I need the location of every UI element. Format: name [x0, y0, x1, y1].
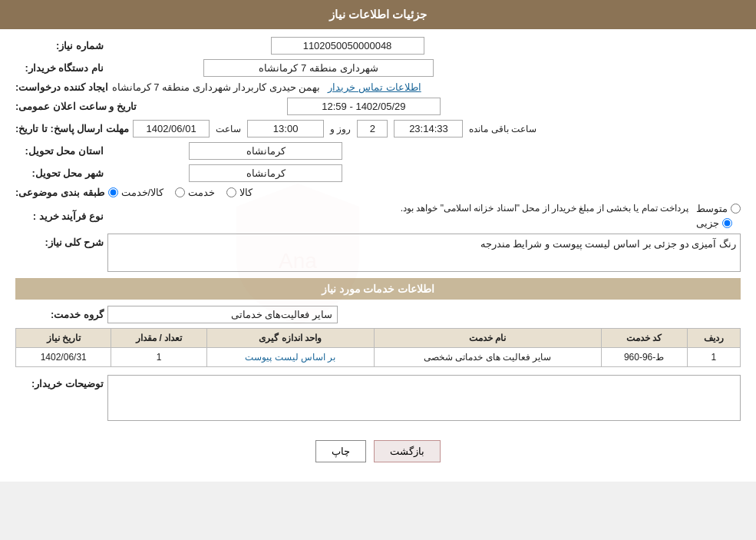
purchase-option-partial-label: جزیی — [696, 217, 719, 229]
announcement-date-label: تاریخ و ساعت اعلان عمومی: — [15, 101, 140, 112]
creator-link[interactable]: اطلاعات تماس خریدار — [328, 81, 421, 93]
col-header-name: نام خدمت — [374, 329, 601, 348]
services-section-title: اطلاعات خدمات مورد نیاز — [15, 278, 741, 300]
buyer-notes-label: توضیحات خریدار: — [15, 375, 107, 389]
need-number-value: 1102050050000048 — [107, 37, 424, 55]
response-time-label: ساعت — [216, 124, 241, 134]
category-label-kala-khedmat: کالا/خدمت — [121, 187, 164, 198]
city-row: شهر محل تحویل: کرمانشاه — [15, 164, 741, 182]
need-number-label: شماره نیاز: — [15, 40, 107, 51]
need-number-field: 1102050050000048 — [271, 37, 424, 55]
creator-value: بهمن حیدری کاربردار شهرداری منطقه 7 کرما… — [112, 81, 741, 93]
cell-name: سایر فعالیت های خدماتی شخصی — [374, 348, 601, 367]
purchase-option-medium: متوسط — [696, 203, 741, 214]
description-section: شرح کلی نیاز: Ana رنگ آمیزی دو جزئی بر ا… — [15, 234, 741, 272]
col-header-code: کد خدمت — [601, 329, 687, 348]
category-radio-khedmat[interactable] — [175, 187, 185, 197]
svg-text:Ana: Ana — [279, 249, 317, 273]
print-button[interactable]: چاپ — [315, 440, 366, 462]
service-group-label: گروه خدمت: — [15, 309, 107, 320]
buyer-org-label: نام دستگاه خریدار: — [15, 62, 107, 74]
response-date-field: 1402/06/01 — [133, 120, 210, 137]
category-label-khedmat: خدمت — [188, 187, 215, 198]
buyer-notes-field[interactable] — [107, 375, 741, 421]
purchase-options-group: متوسط جزیی — [696, 203, 741, 229]
creator-label: ایجاد کننده درخواست: — [15, 81, 112, 93]
bottom-buttons: چاپ بازگشت — [15, 429, 741, 474]
creator-row: ایجاد کننده درخواست: بهمن حیدری کاربردار… — [15, 81, 741, 93]
table-row: 1 ط-96-960 سایر فعالیت های خدماتی شخصی ب… — [16, 348, 741, 367]
cell-code: ط-96-960 — [601, 348, 687, 367]
province-label: استان محل تحویل: — [15, 145, 107, 157]
province-row: استان محل تحویل: کرمانشاه — [15, 142, 741, 160]
need-number-row: شماره نیاز: 1102050050000048 — [15, 37, 741, 55]
description-label: شرح کلی نیاز: — [15, 234, 107, 248]
creator-name: بهمن حیدری کاربردار شهرداری منطقه 7 کرما… — [112, 81, 321, 93]
category-label: طبقه بندی موضوعی: — [15, 187, 108, 198]
category-option-kala-khedmat: کالا/خدمت — [108, 187, 164, 198]
purchase-type-value: پرداخت تمام یا بخشی از مبلغ خریدار از مح… — [107, 203, 741, 229]
services-table: ردیف کد خدمت نام خدمت واحد اندازه گیری ت… — [15, 328, 741, 367]
watermark-shield: Ana — [221, 176, 375, 330]
col-header-row: ردیف — [687, 329, 740, 348]
province-value: کرمانشاه — [107, 142, 424, 160]
cell-unit: بر اساس لیست پیوست — [206, 348, 374, 367]
province-field: کرمانشاه — [189, 142, 342, 160]
purchase-radio-partial[interactable] — [722, 218, 732, 228]
main-content: شماره نیاز: 1102050050000048 نام دستگاه … — [0, 29, 756, 482]
remaining-days-field: 2 — [357, 120, 388, 137]
buyer-org-row: نام دستگاه خریدار: شهرداری منطقه 7 کرمان… — [15, 59, 741, 77]
announcement-date-field: 1402/05/29 - 12:59 — [287, 98, 441, 115]
back-button[interactable]: بازگشت — [374, 440, 441, 462]
response-time-field: 13:00 — [247, 120, 324, 137]
description-content-wrapper: Ana رنگ آمیزی دو جزئی بر اساس لیست پیوست… — [107, 234, 741, 272]
purchase-option-medium-label: متوسط — [696, 203, 728, 214]
response-deadline-row: مهلت ارسال پاسخ: تا تاریخ: 1402/06/01 سا… — [15, 120, 741, 137]
city-label: شهر محل تحویل: — [15, 167, 107, 179]
remaining-suffix: ساعت باقی مانده — [469, 124, 536, 134]
buyer-org-field: شهرداری منطقه 7 کرمانشاه — [203, 59, 434, 77]
remaining-days-label: روز و — [330, 124, 351, 134]
col-header-unit: واحد اندازه گیری — [206, 329, 374, 348]
category-row: طبقه بندی موضوعی: کالا/خدمت خدمت کالا — [15, 187, 741, 198]
response-deadline-label: مهلت ارسال پاسخ: تا تاریخ: — [15, 123, 133, 134]
page-header: جزئیات اطلاعات نیاز — [0, 0, 756, 29]
page-title: جزئیات اطلاعات نیاز — [329, 8, 427, 21]
response-deadline-value: 1402/06/01 ساعت 13:00 روز و 2 23:14:33 س… — [133, 120, 741, 137]
cell-row: 1 — [687, 348, 740, 367]
buyer-notes-section: توضیحات خریدار: — [15, 375, 741, 421]
purchase-note: پرداخت تمام یا بخشی از مبلغ خریدار از مح… — [107, 203, 688, 214]
purchase-radio-medium[interactable] — [731, 204, 741, 214]
announcement-date-value: 1402/05/29 - 12:59 — [140, 98, 441, 115]
category-option-khedmat: خدمت — [175, 187, 215, 198]
description-field: رنگ آمیزی دو جزئی بر اساس لیست پیوست و ش… — [107, 234, 741, 272]
cell-qty: 1 — [111, 348, 206, 367]
remaining-time-field: 23:14:33 — [394, 120, 463, 137]
category-radio-kala-khedmat[interactable] — [108, 187, 118, 197]
col-header-qty: تعداد / مقدار — [111, 329, 206, 348]
service-group-row: گروه خدمت: سایر فعالیت‌های خدماتی — [15, 306, 741, 323]
buyer-org-value: شهرداری منطقه 7 کرمانشاه — [107, 59, 530, 77]
purchase-option-partial: جزیی — [696, 217, 741, 229]
page-wrapper: جزئیات اطلاعات نیاز شماره نیاز: 11020500… — [0, 0, 756, 482]
col-header-date: تاریخ نیاز — [16, 329, 111, 348]
purchase-type-row: نوع فرآیند خرید : پرداخت تمام یا بخشی از… — [15, 203, 741, 229]
announcement-date-row: تاریخ و ساعت اعلان عمومی: 1402/05/29 - 1… — [15, 98, 741, 115]
purchase-type-label: نوع فرآیند خرید : — [15, 210, 107, 222]
cell-date: 1402/06/31 — [16, 348, 111, 367]
